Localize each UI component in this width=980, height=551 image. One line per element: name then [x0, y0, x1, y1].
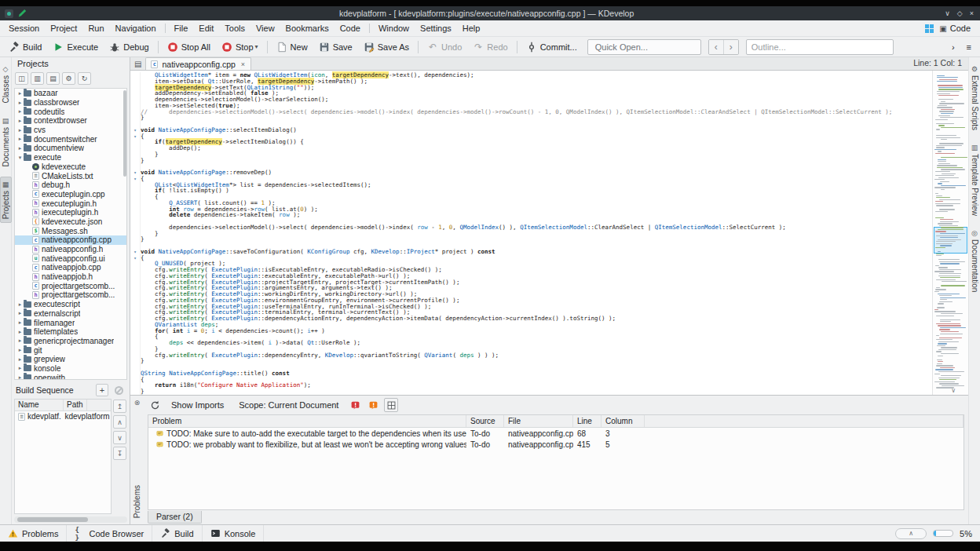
- fold-marker-icon[interactable]: ▾: [130, 176, 141, 182]
- code-line[interactable]: // dependencies->selectionModel()->selec…: [130, 109, 932, 115]
- forward-button[interactable]: ›: [723, 40, 738, 54]
- dock-tab-classes[interactable]: ◇Classes: [1, 62, 11, 107]
- fold-marker-icon[interactable]: ▾: [130, 249, 141, 255]
- force-full-update-icon[interactable]: [148, 398, 162, 412]
- tree-item-cmakelists-txt[interactable]: ≡CMakeLists.txt: [15, 171, 126, 181]
- code-line[interactable]: }: [130, 236, 932, 243]
- tree-item-documentswitcher[interactable]: ▸documentswitcher: [15, 134, 126, 144]
- menu-navigation[interactable]: Navigation: [110, 22, 162, 35]
- show-imports-button[interactable]: Show Imports: [166, 399, 229, 411]
- expander-icon[interactable]: ▸: [16, 136, 24, 142]
- menu-file[interactable]: File: [169, 22, 194, 35]
- scope-dropdown[interactable]: Scope: Current Document: [233, 399, 344, 411]
- tree-item-bazaar[interactable]: ▸bazaar: [15, 89, 126, 98]
- tree-item-classbrowser[interactable]: ▸classbrowser: [15, 98, 126, 108]
- fold-marker-icon[interactable]: ▾: [130, 127, 141, 133]
- minimize-icon[interactable]: ∨: [945, 9, 950, 17]
- code-line[interactable]: addDep();: [130, 145, 932, 151]
- move-down-button[interactable]: ∨: [113, 431, 126, 444]
- tree-item-codeutils[interactable]: ▸codeutils: [15, 107, 126, 116]
- code-line[interactable]: return i18n("Configure Native Applicatio…: [130, 382, 932, 389]
- expander-icon[interactable]: ▸: [16, 365, 24, 371]
- menu-project[interactable]: Project: [45, 22, 82, 35]
- expander-icon[interactable]: ▸: [16, 338, 24, 344]
- tree-item-konsole[interactable]: ▸konsole: [15, 364, 126, 374]
- tree-item-genericprojectmanager[interactable]: ▸genericprojectmanager: [15, 337, 126, 346]
- dock-tab-external-scripts[interactable]: ⚙External Scripts: [970, 62, 980, 133]
- expander-icon[interactable]: ▸: [16, 347, 24, 353]
- code-line[interactable]: deps << dependencies->item( i )->data( Q…: [130, 340, 932, 346]
- statusbar-problems-button[interactable]: Problems: [0, 525, 67, 542]
- code-line[interactable]: }: [130, 389, 932, 395]
- code-line[interactable]: dependencies->selectionModel()->select( …: [130, 224, 932, 231]
- column-header-name[interactable]: Name: [15, 400, 64, 411]
- menu-view[interactable]: View: [250, 22, 280, 35]
- back-button[interactable]: ‹: [709, 40, 723, 54]
- tree-item-nativeappconfig-cpp[interactable]: cnativeappconfig.cpp: [15, 235, 126, 245]
- code-line[interactable]: delete dependencies->takeItem( row );: [130, 212, 932, 218]
- document-list-icon[interactable]: ▤: [132, 60, 145, 70]
- tree-item-externalscript[interactable]: ▸externalscript: [15, 309, 126, 319]
- statusbar-code-browser-button[interactable]: { }Code Browser: [67, 525, 152, 542]
- redo-button[interactable]: ↷Redo: [468, 39, 512, 55]
- expander-icon[interactable]: ▸: [16, 310, 24, 316]
- dock-tab-projects[interactable]: ▦Projects: [0, 177, 12, 223]
- expander-icon[interactable]: ▸: [16, 329, 24, 335]
- settings-icon[interactable]: ⚙: [62, 72, 75, 85]
- area-switcher-button[interactable]: ▣ Code: [939, 24, 971, 33]
- tree-item-filetemplates[interactable]: ▸filetemplates: [15, 327, 126, 337]
- expander-icon[interactable]: ▸: [16, 118, 24, 124]
- tree-view-icon[interactable]: ▤: [46, 72, 60, 85]
- app-grid-icon[interactable]: [925, 24, 934, 33]
- code-line[interactable]: QList<QListWidgetItem*> list = dependenc…: [130, 182, 932, 188]
- tree-item-execute[interactable]: ▾execute: [15, 153, 126, 162]
- column-header-file[interactable]: File: [504, 415, 573, 427]
- parser-tab[interactable]: Parser (2): [148, 511, 202, 524]
- tree-item-messages-sh[interactable]: $Messages.sh: [15, 226, 126, 235]
- dock-tab-documentation[interactable]: ◎Documentation: [970, 226, 980, 295]
- tree-item-iexecuteplugin-h[interactable]: hiexecuteplugin.h: [15, 208, 126, 217]
- code-line[interactable]: ▾void NativeAppConfigPage::selectItemDia…: [130, 127, 932, 133]
- undo-button[interactable]: ↶Undo: [422, 39, 466, 55]
- menu-tools[interactable]: Tools: [219, 22, 250, 35]
- code-line[interactable]: cfg.writeEntry( ExecutePlugin::dependenc…: [130, 352, 932, 359]
- expander-icon[interactable]: ▸: [16, 319, 24, 326]
- problem-row[interactable]: TODO: Make sure to auto-add the executab…: [148, 428, 964, 439]
- expander-icon[interactable]: ▸: [16, 301, 24, 308]
- new-button[interactable]: New: [272, 39, 313, 55]
- tree-item-projecttargetscomb[interactable]: cprojecttargetscomb...: [15, 281, 126, 290]
- tree-item-nativeappconfig-ui[interactable]: unativeappconfig.ui: [15, 254, 126, 263]
- column-header-column[interactable]: Column: [602, 415, 645, 427]
- menu-edit[interactable]: Edit: [193, 22, 219, 35]
- scroll-down-icon[interactable]: ∨: [951, 387, 956, 394]
- tree-item-debug-h[interactable]: hdebug.h: [15, 181, 126, 190]
- menu-window[interactable]: Window: [373, 22, 415, 35]
- expander-icon[interactable]: ▾: [16, 155, 24, 161]
- tree-item-nativeappjob-cpp[interactable]: cnativeappjob.cpp: [15, 263, 126, 272]
- column-header-path[interactable]: Path: [64, 400, 87, 411]
- expander-icon[interactable]: ▸: [16, 127, 24, 133]
- toolbar-overflow-icon[interactable]: ›: [947, 40, 960, 54]
- tree-item-nativeappconfig-h[interactable]: hnativeappconfig.h: [15, 245, 126, 254]
- move-top-button[interactable]: ↥: [113, 400, 126, 413]
- dock-tab-documents[interactable]: ▤Documents: [1, 114, 11, 170]
- code-line[interactable]: if(targetDependency->selectItemDialog())…: [130, 139, 932, 145]
- tree-scrollbar[interactable]: [122, 89, 126, 379]
- tree-item-executescript[interactable]: ▸executescript: [15, 300, 126, 309]
- code-line[interactable]: for( int i = 0; i < dependencies->count(…: [130, 328, 932, 334]
- split-view-icon[interactable]: ◫: [15, 72, 28, 85]
- reload-icon[interactable]: ↻: [78, 72, 91, 85]
- maximize-icon[interactable]: ◇: [957, 9, 963, 17]
- save-as-button[interactable]: Save As: [359, 39, 414, 55]
- tree-item-filemanager[interactable]: ▸filemanager: [15, 318, 126, 327]
- editor-tab[interactable]: c nativeappconfig.cpp ×: [145, 57, 251, 70]
- problems-handle-label[interactable]: Problems: [133, 485, 141, 518]
- code-line[interactable]: ▾{: [130, 255, 932, 261]
- expander-icon[interactable]: ▸: [16, 145, 24, 151]
- dock-tab-template-preview[interactable]: ▥Template Preview: [970, 140, 980, 219]
- move-bottom-button[interactable]: ↧: [113, 447, 126, 460]
- tree-item-documentview[interactable]: ▸documentview: [15, 144, 126, 153]
- close-icon[interactable]: ×: [970, 9, 974, 17]
- menu-run[interactable]: Run: [82, 22, 109, 35]
- move-up-button[interactable]: ∧: [113, 415, 126, 429]
